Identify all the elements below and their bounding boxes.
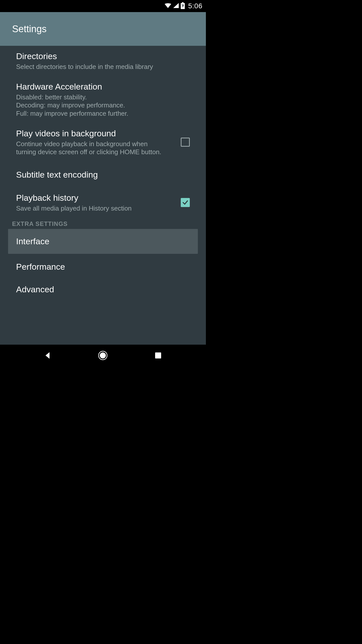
setting-subtitle-encoding[interactable]: Subtitle text encoding bbox=[0, 162, 206, 188]
svg-point-4 bbox=[100, 352, 106, 358]
setting-title: Performance bbox=[16, 261, 65, 272]
setting-title: Subtitle text encoding bbox=[16, 169, 190, 180]
svg-rect-1 bbox=[182, 2, 184, 3]
checkbox-play-background[interactable] bbox=[181, 138, 190, 147]
navigation-bar bbox=[0, 345, 206, 366]
setting-title: Playback history bbox=[16, 192, 173, 203]
setting-title: Interface bbox=[16, 236, 49, 247]
setting-text: Directories Select directories to includ… bbox=[16, 51, 190, 71]
setting-text: Play videos in background Continue video… bbox=[16, 128, 167, 156]
setting-subtitle: Select directories to include in the med… bbox=[16, 63, 190, 71]
cellular-icon bbox=[173, 3, 179, 10]
nav-recent-button[interactable] bbox=[143, 352, 173, 359]
setting-hardware-acceleration[interactable]: Hardware Acceleration Disabled: better s… bbox=[0, 76, 206, 123]
setting-advanced[interactable]: Advanced bbox=[0, 279, 206, 299]
page-title: Settings bbox=[12, 24, 47, 34]
status-time: 5:06 bbox=[188, 2, 203, 10]
svg-rect-5 bbox=[155, 352, 161, 358]
setting-text: Hardware Acceleration Disabled: better s… bbox=[16, 81, 190, 117]
setting-playback-history[interactable]: Playback history Save all media played i… bbox=[0, 187, 206, 218]
section-extra-settings: EXTRA SETTINGS bbox=[0, 218, 206, 229]
setting-title: Advanced bbox=[16, 284, 54, 295]
setting-subtitle: Save all media played in History section bbox=[16, 204, 173, 213]
setting-subtitle: Continue video playback in background wh… bbox=[16, 140, 167, 156]
checkbox-playback-history[interactable] bbox=[181, 198, 190, 207]
setting-subtitle: Disabled: better stability. Decoding: ma… bbox=[16, 93, 190, 118]
battery-icon: 71 bbox=[180, 2, 185, 10]
nav-home-button[interactable] bbox=[88, 350, 118, 360]
setting-text: Subtitle text encoding bbox=[16, 169, 190, 180]
setting-title: Play videos in background bbox=[16, 128, 167, 139]
nav-back-button[interactable] bbox=[33, 351, 63, 360]
screen: 71 5:06 Settings Directories Select dire… bbox=[0, 0, 206, 366]
status-bar: 71 5:06 bbox=[0, 0, 206, 12]
setting-title: Hardware Acceleration bbox=[16, 81, 190, 92]
wifi-icon bbox=[164, 3, 172, 10]
status-icons: 71 5:06 bbox=[164, 2, 203, 10]
setting-text: Playback history Save all media played i… bbox=[16, 192, 173, 212]
battery-text: 71 bbox=[180, 4, 185, 6]
setting-performance[interactable]: Performance bbox=[0, 254, 206, 280]
settings-list[interactable]: Directories Select directories to includ… bbox=[0, 46, 206, 345]
setting-directories[interactable]: Directories Select directories to includ… bbox=[0, 46, 206, 76]
setting-play-background[interactable]: Play videos in background Continue video… bbox=[0, 123, 206, 162]
setting-interface[interactable]: Interface bbox=[8, 229, 198, 254]
app-bar: Settings bbox=[0, 12, 206, 46]
setting-title: Directories bbox=[16, 51, 190, 62]
